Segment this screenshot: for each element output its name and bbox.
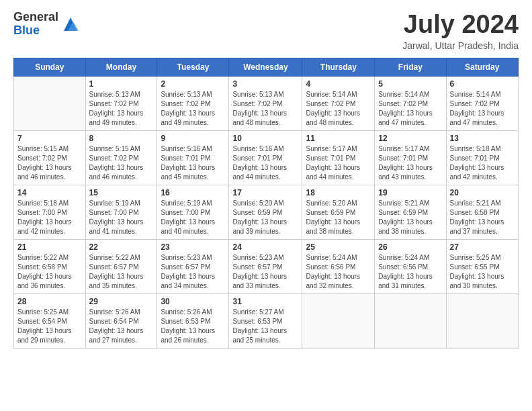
day-number: 25 (306, 242, 371, 252)
calendar-cell: 4Sunrise: 5:14 AMSunset: 7:02 PMDaylight… (302, 76, 375, 130)
calendar-cell: 21Sunrise: 5:22 AMSunset: 6:58 PMDayligh… (14, 239, 86, 293)
calendar-cell (446, 293, 518, 348)
day-info: Sunrise: 5:25 AMSunset: 6:55 PMDaylight:… (450, 253, 515, 291)
weekday-header-sunday: Sunday (14, 58, 86, 76)
day-number: 10 (232, 134, 298, 143)
calendar-cell: 6Sunrise: 5:14 AMSunset: 7:02 PMDaylight… (446, 76, 518, 130)
day-info: Sunrise: 5:22 AMSunset: 6:58 PMDaylight:… (17, 253, 82, 291)
day-number: 13 (450, 134, 515, 143)
weekday-header-saturday: Saturday (446, 58, 518, 76)
logo-icon (61, 15, 80, 34)
weekday-header-monday: Monday (85, 58, 157, 76)
calendar-cell: 2Sunrise: 5:13 AMSunset: 7:02 PMDaylight… (157, 76, 229, 130)
day-info: Sunrise: 5:15 AMSunset: 7:02 PMDaylight:… (89, 144, 154, 182)
day-info: Sunrise: 5:14 AMSunset: 7:02 PMDaylight:… (378, 90, 442, 128)
calendar-cell: 7Sunrise: 5:15 AMSunset: 7:02 PMDaylight… (14, 130, 86, 185)
day-info: Sunrise: 5:19 AMSunset: 7:00 PMDaylight:… (161, 199, 225, 236)
day-number: 30 (161, 297, 225, 306)
day-number: 5 (378, 79, 442, 89)
day-info: Sunrise: 5:20 AMSunset: 6:59 PMDaylight:… (306, 199, 371, 236)
day-number: 27 (450, 242, 515, 252)
day-number: 15 (89, 188, 154, 197)
day-info: Sunrise: 5:24 AMSunset: 6:56 PMDaylight:… (378, 253, 442, 291)
calendar-cell: 5Sunrise: 5:14 AMSunset: 7:02 PMDaylight… (375, 76, 446, 130)
day-info: Sunrise: 5:19 AMSunset: 7:00 PMDaylight:… (89, 199, 154, 236)
day-info: Sunrise: 5:24 AMSunset: 6:56 PMDaylight:… (306, 253, 371, 291)
calendar-cell: 3Sunrise: 5:13 AMSunset: 7:02 PMDaylight… (229, 76, 302, 130)
day-number: 9 (161, 134, 225, 143)
logo: General Blue (13, 11, 80, 38)
day-number: 18 (306, 188, 371, 197)
header: General Blue July 2024 Jarwal, Uttar Pra… (13, 11, 519, 51)
calendar-cell: 12Sunrise: 5:17 AMSunset: 7:01 PMDayligh… (375, 130, 446, 185)
day-info: Sunrise: 5:14 AMSunset: 7:02 PMDaylight:… (450, 90, 515, 128)
day-number: 2 (161, 79, 225, 89)
weekday-header-thursday: Thursday (302, 58, 375, 76)
calendar-cell (14, 76, 86, 130)
calendar-week-row: 28Sunrise: 5:25 AMSunset: 6:54 PMDayligh… (14, 293, 519, 348)
day-info: Sunrise: 5:18 AMSunset: 7:00 PMDaylight:… (17, 199, 82, 236)
day-number: 21 (17, 242, 82, 252)
logo-blue: Blue (13, 24, 58, 38)
day-info: Sunrise: 5:13 AMSunset: 7:02 PMDaylight:… (232, 90, 298, 128)
calendar-cell: 19Sunrise: 5:21 AMSunset: 6:59 PMDayligh… (375, 185, 446, 239)
weekday-header-row: SundayMondayTuesdayWednesdayThursdayFrid… (14, 58, 519, 76)
day-info: Sunrise: 5:13 AMSunset: 7:02 PMDaylight:… (89, 90, 154, 128)
day-info: Sunrise: 5:21 AMSunset: 6:58 PMDaylight:… (450, 199, 515, 236)
day-number: 1 (89, 79, 154, 89)
calendar: SundayMondayTuesdayWednesdayThursdayFrid… (13, 58, 519, 349)
day-number: 11 (306, 134, 371, 143)
calendar-week-row: 1Sunrise: 5:13 AMSunset: 7:02 PMDaylight… (14, 76, 519, 130)
day-info: Sunrise: 5:13 AMSunset: 7:02 PMDaylight:… (161, 90, 225, 128)
day-number: 6 (450, 79, 515, 89)
day-number: 4 (306, 79, 371, 89)
day-number: 31 (232, 297, 298, 306)
main-title: July 2024 (402, 11, 519, 39)
day-info: Sunrise: 5:16 AMSunset: 7:01 PMDaylight:… (232, 144, 298, 182)
day-info: Sunrise: 5:20 AMSunset: 6:59 PMDaylight:… (232, 199, 298, 236)
day-info: Sunrise: 5:22 AMSunset: 6:57 PMDaylight:… (89, 253, 154, 291)
day-number: 28 (17, 297, 82, 306)
calendar-cell: 8Sunrise: 5:15 AMSunset: 7:02 PMDaylight… (85, 130, 157, 185)
day-info: Sunrise: 5:17 AMSunset: 7:01 PMDaylight:… (378, 144, 442, 182)
calendar-cell (302, 293, 375, 348)
calendar-cell: 25Sunrise: 5:24 AMSunset: 6:56 PMDayligh… (302, 239, 375, 293)
calendar-cell: 28Sunrise: 5:25 AMSunset: 6:54 PMDayligh… (14, 293, 86, 348)
calendar-cell: 15Sunrise: 5:19 AMSunset: 7:00 PMDayligh… (85, 185, 157, 239)
day-number: 3 (232, 79, 298, 89)
weekday-header-tuesday: Tuesday (157, 58, 229, 76)
day-info: Sunrise: 5:25 AMSunset: 6:54 PMDaylight:… (17, 308, 82, 345)
calendar-cell: 13Sunrise: 5:18 AMSunset: 7:01 PMDayligh… (446, 130, 518, 185)
day-number: 12 (378, 134, 442, 143)
day-number: 23 (161, 242, 225, 252)
logo-general: General (13, 11, 58, 24)
calendar-cell: 11Sunrise: 5:17 AMSunset: 7:01 PMDayligh… (302, 130, 375, 185)
day-info: Sunrise: 5:23 AMSunset: 6:57 PMDaylight:… (232, 253, 298, 291)
day-info: Sunrise: 5:15 AMSunset: 7:02 PMDaylight:… (17, 144, 82, 182)
day-number: 16 (161, 188, 225, 197)
day-info: Sunrise: 5:27 AMSunset: 6:53 PMDaylight:… (232, 308, 298, 345)
calendar-cell: 9Sunrise: 5:16 AMSunset: 7:01 PMDaylight… (157, 130, 229, 185)
calendar-cell (375, 293, 446, 348)
calendar-cell: 24Sunrise: 5:23 AMSunset: 6:57 PMDayligh… (229, 239, 302, 293)
day-info: Sunrise: 5:26 AMSunset: 6:53 PMDaylight:… (161, 308, 225, 345)
calendar-cell: 30Sunrise: 5:26 AMSunset: 6:53 PMDayligh… (157, 293, 229, 348)
calendar-cell: 26Sunrise: 5:24 AMSunset: 6:56 PMDayligh… (375, 239, 446, 293)
day-info: Sunrise: 5:16 AMSunset: 7:01 PMDaylight:… (161, 144, 225, 182)
day-number: 19 (378, 188, 442, 197)
weekday-header-wednesday: Wednesday (229, 58, 302, 76)
logo-text: General Blue (13, 11, 58, 38)
calendar-cell: 27Sunrise: 5:25 AMSunset: 6:55 PMDayligh… (446, 239, 518, 293)
calendar-cell: 14Sunrise: 5:18 AMSunset: 7:00 PMDayligh… (14, 185, 86, 239)
calendar-cell: 31Sunrise: 5:27 AMSunset: 6:53 PMDayligh… (229, 293, 302, 348)
day-number: 20 (450, 188, 515, 197)
calendar-week-row: 14Sunrise: 5:18 AMSunset: 7:00 PMDayligh… (14, 185, 519, 239)
title-section: July 2024 Jarwal, Uttar Pradesh, India (402, 11, 519, 51)
day-info: Sunrise: 5:14 AMSunset: 7:02 PMDaylight:… (306, 90, 371, 128)
calendar-cell: 29Sunrise: 5:26 AMSunset: 6:54 PMDayligh… (85, 293, 157, 348)
calendar-cell: 20Sunrise: 5:21 AMSunset: 6:58 PMDayligh… (446, 185, 518, 239)
calendar-week-row: 21Sunrise: 5:22 AMSunset: 6:58 PMDayligh… (14, 239, 519, 293)
subtitle: Jarwal, Uttar Pradesh, India (402, 40, 519, 51)
calendar-cell: 1Sunrise: 5:13 AMSunset: 7:02 PMDaylight… (85, 76, 157, 130)
calendar-week-row: 7Sunrise: 5:15 AMSunset: 7:02 PMDaylight… (14, 130, 519, 185)
